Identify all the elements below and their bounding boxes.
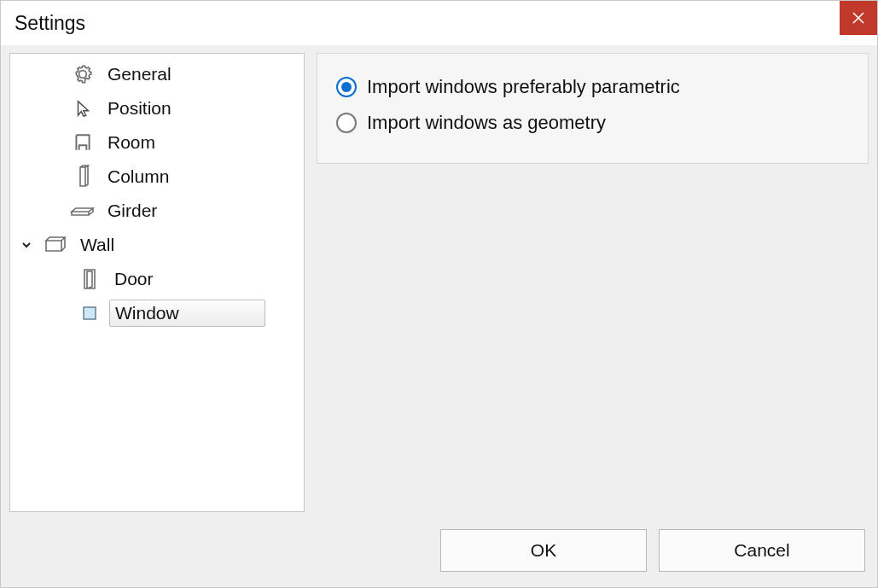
content-area: Import windows preferably parametric Imp… xyxy=(317,53,869,514)
dialog-title: Settings xyxy=(15,12,85,35)
girder-icon xyxy=(70,198,96,224)
dialog-footer: OK Cancel xyxy=(1,514,877,587)
button-label: OK xyxy=(531,540,556,561)
tree-item-label: Position xyxy=(102,96,177,120)
wall-icon xyxy=(43,232,68,258)
radio-indicator xyxy=(336,113,357,133)
gear-icon xyxy=(70,61,96,87)
tree-item-column[interactable]: Column xyxy=(10,160,304,194)
radio-indicator xyxy=(336,77,357,97)
svg-rect-2 xyxy=(84,307,96,319)
window-icon xyxy=(77,300,102,326)
tree-item-label: Window xyxy=(109,300,265,327)
svg-line-1 xyxy=(853,13,863,23)
tree-item-label: Room xyxy=(102,131,160,154)
tree-item-position[interactable]: Position xyxy=(10,91,304,125)
tree-item-girder[interactable]: Girder xyxy=(10,194,304,228)
radio-import-parametric[interactable]: Import windows preferably parametric xyxy=(336,69,849,105)
dialog-body: General Position Room xyxy=(1,45,877,514)
cancel-button[interactable]: Cancel xyxy=(659,529,865,572)
room-icon xyxy=(70,130,96,155)
tree-item-wall[interactable]: Wall xyxy=(10,228,304,262)
tree-item-window[interactable]: Window xyxy=(10,296,304,330)
tree-item-label: Door xyxy=(109,267,159,291)
tree-item-general[interactable]: General xyxy=(10,57,304,91)
tree-item-label: Wall xyxy=(75,233,119,257)
tree-item-label: General xyxy=(102,62,177,86)
options-panel: Import windows preferably parametric Imp… xyxy=(317,53,869,164)
settings-dialog: Settings General xyxy=(0,0,878,588)
radio-label: Import windows as geometry xyxy=(367,112,606,134)
column-icon xyxy=(70,164,96,189)
tree-item-label: Girder xyxy=(102,199,162,223)
tree-item-door[interactable]: Door xyxy=(10,262,304,296)
chevron-down-icon[interactable] xyxy=(17,239,36,251)
cursor-icon xyxy=(70,96,96,121)
radio-label: Import windows preferably parametric xyxy=(367,76,680,98)
category-tree[interactable]: General Position Room xyxy=(9,53,305,512)
ok-button[interactable]: OK xyxy=(440,529,647,572)
tree-item-room[interactable]: Room xyxy=(10,125,304,160)
close-icon xyxy=(852,12,864,24)
svg-line-0 xyxy=(853,13,863,23)
tree-item-label: Column xyxy=(102,165,174,189)
button-label: Cancel xyxy=(734,540,789,561)
titlebar: Settings xyxy=(1,1,877,45)
door-icon xyxy=(77,266,102,292)
close-button[interactable] xyxy=(840,1,877,35)
radio-import-geometry[interactable]: Import windows as geometry xyxy=(336,105,849,141)
